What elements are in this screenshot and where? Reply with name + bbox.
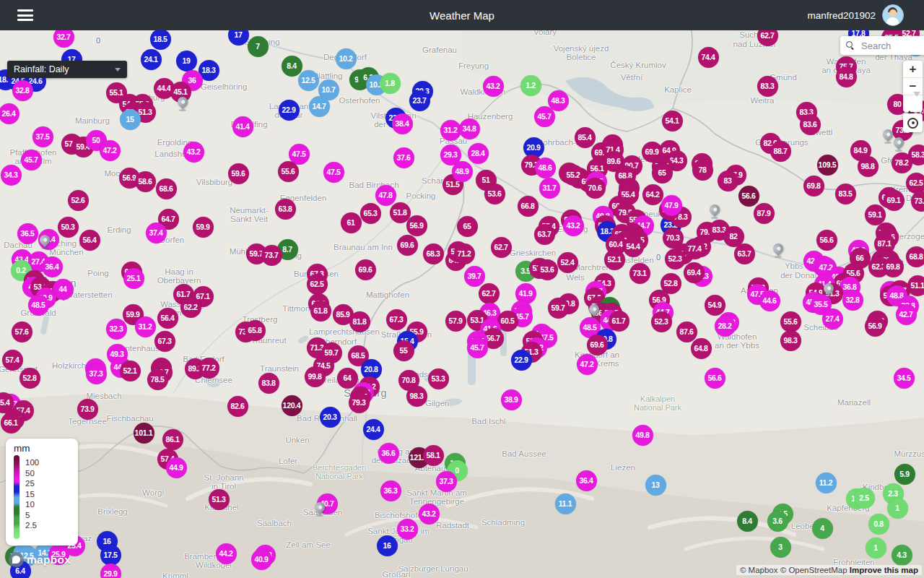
rainfall-legend: mm 1005025151052.5 [6,439,78,545]
legend-tick: 10 [25,500,35,509]
improve-map-link[interactable]: Improve this map [850,566,918,574]
search-icon [846,41,855,50]
map-pin[interactable] [709,204,720,220]
map-pin[interactable] [588,304,600,320]
user-menu[interactable]: manfred201902 [807,4,904,26]
legend-tick: 25 [25,479,35,488]
layer-dropdown[interactable]: Rainfall: Daily [7,61,127,78]
mapbox-logo-word: mapbox [27,553,71,566]
attribution: © Mapbox © OpenStreetMap Improve this ma… [736,565,922,575]
attribution-mapbox-link[interactable]: © Mapbox [740,566,778,574]
search-input[interactable] [860,40,913,52]
legend-tick: 2.5 [25,521,37,530]
map-pin[interactable] [314,502,326,518]
legend-colorbar [14,455,19,539]
map-zoom-controls: + − [903,61,923,112]
map-pin[interactable] [177,97,188,113]
zoom-in-button[interactable]: + [903,61,923,78]
mapbox-logo-icon [9,552,24,567]
compass-icon[interactable] [903,95,923,112]
avatar[interactable] [882,4,904,26]
pins-layer [0,0,924,578]
navbar: Weather Map manfred201902 [0,0,924,30]
map-pin[interactable] [39,235,51,251]
legend-tick: 15 [25,490,35,499]
map-pin[interactable] [882,129,894,145]
weather-map-app: MainburgGeiselhöringRottenburgErgoldingL… [0,0,924,578]
map-pin[interactable] [772,243,784,259]
map-pin[interactable] [823,283,834,299]
legend-tick: 50 [25,469,35,478]
crosshair-icon [907,118,918,129]
legend-tick: 5 [25,511,30,519]
legend-title: mm [14,443,30,454]
username: manfred201902 [807,10,876,21]
layer-dropdown-label: Rainfall: Daily [14,64,69,74]
chevron-down-icon [115,68,121,72]
geolocate-button[interactable] [903,113,923,132]
attribution-osm-link[interactable]: © OpenStreetMap [780,566,847,574]
legend-tick: 100 [25,458,39,467]
page-title: Weather Map [0,9,924,22]
mapbox-logo[interactable]: mapbox [9,552,71,567]
map-pin[interactable] [893,137,905,153]
search-box[interactable] [840,36,924,55]
